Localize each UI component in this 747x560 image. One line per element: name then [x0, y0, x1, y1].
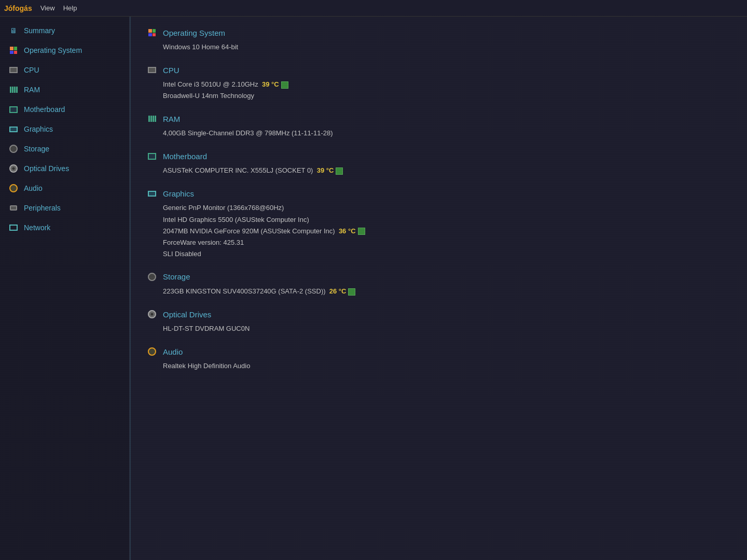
section-ram-header: RAM — [146, 113, 731, 124]
section-graphics-header: Graphics — [146, 188, 731, 199]
sidebar-item-os[interactable]: Operating System — [0, 40, 129, 60]
section-storage-title: Storage — [163, 272, 190, 281]
graphics-line4: ForceWare version: 425.31 — [163, 237, 731, 248]
section-os-icon — [146, 27, 158, 38]
section-ram-title: RAM — [163, 115, 180, 123]
storage-temp-icon — [348, 288, 355, 296]
monitor-frame: Jófogás View Help 🖥 Summary Operating Sy… — [0, 0, 747, 560]
cpu-line2: Broadwell-U 14nm Technology — [163, 90, 731, 102]
section-optical-title: Optical Drives — [163, 310, 211, 319]
sidebar-label-graphics: Graphics — [24, 125, 53, 133]
section-graphics-content: Generic PnP Monitor (1366x768@60Hz) Inte… — [146, 202, 731, 259]
sidebar-item-ram[interactable]: RAM — [0, 80, 129, 100]
main-content: Operating System Windows 10 Home 64-bit … — [131, 17, 747, 560]
section-os: Operating System Windows 10 Home 64-bit — [146, 27, 731, 53]
peripherals-icon — [8, 203, 19, 213]
section-motherboard: Motherboard ASUSTeK COMPUTER INC. X555LJ… — [146, 150, 731, 176]
cpu-temp: 39 °C — [262, 80, 279, 88]
section-optical-content: HL-DT-ST DVDRAM GUC0N — [146, 323, 731, 334]
cpu-icon — [8, 65, 19, 75]
sidebar-label-ram: RAM — [24, 86, 40, 94]
audio-icon — [8, 183, 19, 193]
section-optical-icon — [146, 309, 158, 320]
sidebar-label-optical: Optical Drives — [24, 164, 69, 173]
graphics-temp-icon — [358, 228, 365, 235]
sidebar-label-os: Operating System — [24, 46, 82, 54]
sidebar-label-summary: Summary — [24, 26, 55, 35]
graphics-line2: Intel HD Graphics 5500 (ASUStek Computer… — [163, 214, 731, 226]
section-graphics-title: Graphics — [163, 189, 194, 198]
graphics-icon — [8, 124, 19, 134]
motherboard-value: ASUSTeK COMPUTER INC. X555LJ (SOCKET 0) … — [163, 165, 731, 176]
sidebar-item-storage[interactable]: Storage — [0, 139, 129, 159]
os-icon — [8, 45, 19, 55]
section-audio-title: Audio — [163, 347, 183, 356]
sidebar-label-audio: Audio — [24, 184, 43, 192]
section-optical: Optical Drives HL-DT-ST DVDRAM GUC0N — [146, 309, 731, 334]
section-os-content: Windows 10 Home 64-bit — [146, 41, 731, 53]
storage-value: 223GB KINGSTON SUV400S37240G (SATA-2 (SS… — [163, 286, 731, 297]
sidebar-label-peripherals: Peripherals — [24, 204, 61, 212]
sidebar-label-cpu: CPU — [24, 66, 39, 74]
sidebar-item-audio[interactable]: Audio — [0, 178, 129, 198]
section-cpu-header: CPU — [146, 64, 731, 76]
section-ram: RAM 4,00GB Single-Channel DDR3 @ 798MHz … — [146, 113, 731, 139]
section-cpu-icon — [146, 64, 158, 76]
summary-icon: 🖥 — [8, 25, 19, 36]
graphics-line1: Generic PnP Monitor (1366x768@60Hz) — [163, 202, 731, 214]
section-os-title: Operating System — [163, 29, 225, 37]
section-motherboard-content: ASUSTeK COMPUTER INC. X555LJ (SOCKET 0) … — [146, 165, 731, 176]
os-value: Windows 10 Home 64-bit — [163, 41, 731, 53]
section-optical-header: Optical Drives — [146, 309, 731, 320]
section-storage-header: Storage — [146, 271, 731, 283]
section-motherboard-title: Motherboard — [163, 152, 207, 161]
sidebar-label-storage: Storage — [24, 145, 49, 153]
cpu-temp-icon — [281, 81, 288, 89]
motherboard-icon — [8, 104, 19, 115]
ram-icon — [8, 85, 19, 95]
cpu-line1: Intel Core i3 5010U @ 2.10GHz 39 °C — [163, 79, 731, 90]
section-motherboard-header: Motherboard — [146, 150, 731, 162]
section-ram-content: 4,00GB Single-Channel DDR3 @ 798MHz (11-… — [146, 128, 731, 139]
network-icon — [8, 222, 19, 233]
sidebar-item-network[interactable]: Network — [0, 218, 129, 237]
section-storage-content: 223GB KINGSTON SUV400S37240G (SATA-2 (SS… — [146, 286, 731, 297]
sidebar-item-cpu[interactable]: CPU — [0, 60, 129, 80]
motherboard-temp: 39 °C — [317, 166, 334, 174]
sidebar-item-peripherals[interactable]: Peripherals — [0, 198, 129, 218]
graphics-line5: SLI Disabled — [163, 248, 731, 260]
section-graphics: Graphics Generic PnP Monitor (1366x768@6… — [146, 188, 731, 259]
section-cpu-content: Intel Core i3 5010U @ 2.10GHz 39 °C Broa… — [146, 79, 731, 102]
app-container: 🖥 Summary Operating System CPU — [0, 17, 747, 560]
section-storage: Storage 223GB KINGSTON SUV400S37240G (SA… — [146, 271, 731, 297]
optical-value: HL-DT-ST DVDRAM GUC0N — [163, 323, 731, 334]
section-storage-icon — [146, 271, 158, 283]
menu-bar: Jófogás View Help — [0, 0, 747, 17]
section-audio-icon — [146, 346, 158, 357]
sidebar-item-optical[interactable]: Optical Drives — [0, 159, 129, 178]
section-cpu: CPU Intel Core i3 5010U @ 2.10GHz 39 °C … — [146, 64, 731, 102]
section-motherboard-icon — [146, 150, 158, 162]
sidebar-item-motherboard[interactable]: Motherboard — [0, 100, 129, 119]
motherboard-temp-icon — [336, 167, 343, 175]
sidebar-item-summary[interactable]: 🖥 Summary — [0, 21, 129, 40]
sidebar: 🖥 Summary Operating System CPU — [0, 17, 130, 560]
menu-help[interactable]: Help — [63, 4, 77, 12]
ram-value: 4,00GB Single-Channel DDR3 @ 798MHz (11-… — [163, 128, 731, 139]
audio-value: Realtek High Definition Audio — [163, 360, 731, 372]
section-audio-header: Audio — [146, 346, 731, 357]
graphics-line3: 2047MB NVIDIA GeForce 920M (ASUStek Comp… — [163, 226, 731, 237]
graphics-temp: 36 °C — [339, 227, 356, 235]
app-brand: Jófogás — [4, 4, 32, 12]
sidebar-label-network: Network — [24, 223, 50, 232]
storage-icon — [8, 144, 19, 154]
section-cpu-title: CPU — [163, 66, 179, 75]
section-audio: Audio Realtek High Definition Audio — [146, 346, 731, 372]
sidebar-item-graphics[interactable]: Graphics — [0, 119, 129, 139]
menu-view[interactable]: View — [40, 4, 55, 12]
section-graphics-icon — [146, 188, 158, 199]
storage-temp: 26 °C — [329, 287, 347, 295]
section-os-header: Operating System — [146, 27, 731, 38]
optical-drives-icon — [8, 163, 19, 174]
sidebar-label-motherboard: Motherboard — [24, 105, 65, 114]
